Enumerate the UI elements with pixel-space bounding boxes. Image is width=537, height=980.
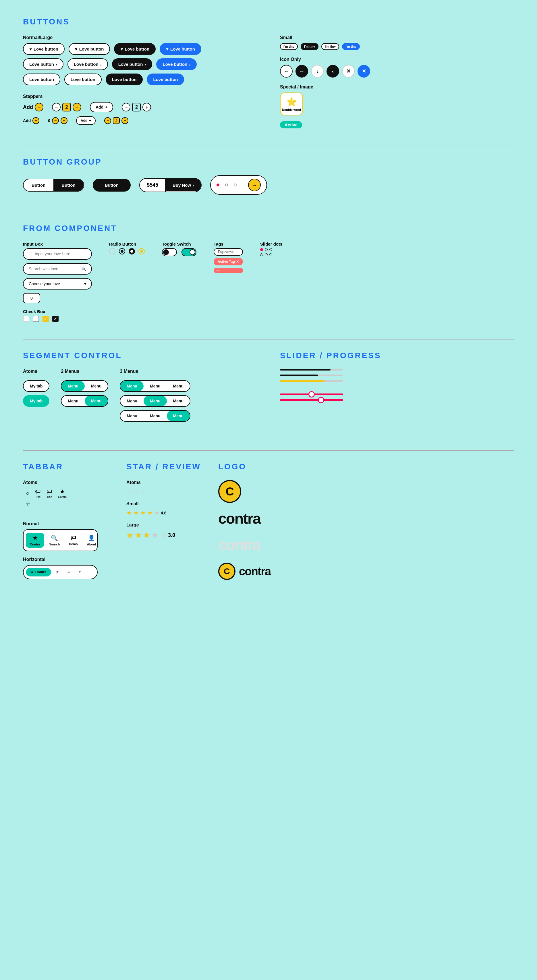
love-btn-blue[interactable]: ♥ Love button (160, 43, 201, 55)
stepper-minus-2[interactable]: − (52, 103, 60, 111)
tab-h-demo[interactable]: ○ (64, 568, 75, 576)
toggle-off[interactable] (162, 248, 177, 256)
arrow-left-btn-4[interactable]: ‹ (327, 65, 339, 78)
star-l-5[interactable]: ☆ (160, 530, 167, 540)
checkbox-black[interactable] (52, 316, 59, 322)
star-s-5[interactable]: ★ (154, 509, 160, 517)
star-atom-1[interactable]: ☆ (126, 488, 132, 495)
stepper-plus-sm-1[interactable]: + (32, 117, 39, 124)
love-btn-chevron-2[interactable]: Love button › (67, 58, 108, 70)
seg-3c-3[interactable]: Menu (167, 411, 190, 421)
tag-name[interactable]: Tag name (214, 248, 243, 256)
love-btn-plain-2[interactable]: Love button (64, 73, 102, 85)
seg-menu-2a-1[interactable]: Menu (62, 381, 85, 391)
star-s-4[interactable]: ★ (147, 509, 153, 517)
seg-3a-3[interactable]: Menu (167, 381, 190, 391)
group-btn-1a[interactable]: Button (24, 179, 53, 191)
seg-3c-1[interactable]: Menu (120, 411, 144, 421)
radio-active-1[interactable] (129, 248, 135, 255)
stepper-minus-4[interactable]: − (122, 103, 130, 111)
love-btn-plain-1[interactable]: Love button (23, 73, 60, 85)
seg-atom-2-active[interactable]: My tab (23, 395, 49, 407)
close-btn-2[interactable]: ✕ (357, 65, 370, 78)
checkbox-yellow[interactable] (43, 316, 49, 322)
star-l-2[interactable]: ★ (135, 530, 142, 540)
slider-thumb-2[interactable] (318, 397, 324, 403)
star-s-3[interactable]: ★ (140, 509, 146, 517)
love-btn-chevron-black[interactable]: Love button › (112, 58, 153, 70)
stepper-plus-4[interactable]: + (143, 103, 151, 111)
star-atom-3[interactable]: ☆ (140, 488, 146, 495)
stepper-plus-sm-2[interactable]: + (60, 117, 67, 124)
seg-menu-2b-2[interactable]: Menu (85, 396, 108, 406)
buy-now-btn[interactable]: Buy Now › (166, 179, 201, 191)
radio-yellow-1[interactable] (138, 248, 145, 255)
search-input[interactable] (29, 267, 79, 271)
seg-3a-1[interactable]: Menu (120, 381, 144, 391)
love-btn-chevron-1[interactable]: Love button › (23, 58, 64, 70)
seg-3b-1[interactable]: Menu (120, 396, 144, 406)
tab-demo[interactable]: 🏷 Demo (65, 533, 82, 548)
toggle-on[interactable] (181, 248, 196, 256)
special-image-btn[interactable]: ⭐ Double word (280, 92, 303, 116)
stepper-plus-sm-4[interactable]: + (121, 117, 129, 124)
close-btn-1[interactable]: ✕ (342, 65, 355, 78)
arrow-left-btn-3[interactable]: ‹ (311, 65, 324, 78)
tab-h-contra[interactable]: ★ Contra (26, 568, 51, 576)
love-btn-plain-blue[interactable]: Love button (147, 73, 184, 85)
tab-search[interactable]: 🔍 Search (45, 533, 64, 548)
star-s-1[interactable]: ★ (126, 509, 132, 517)
love-btn-outline-1[interactable]: ♥ Love button (23, 43, 65, 55)
love-btn-outline-2[interactable]: ♥ Love button (68, 43, 110, 55)
select-box[interactable]: Choose your love ▾ (23, 278, 92, 290)
search-input-box[interactable]: 🔍 (23, 263, 92, 275)
tiny-btn-1[interactable]: I'm tiny (280, 43, 298, 50)
checkbox-empty-2[interactable] (33, 316, 39, 322)
seg-3a-2[interactable]: Menu (144, 381, 167, 391)
checkbox-empty-1[interactable] (23, 316, 29, 322)
add-btn-sm-3[interactable]: Add + (76, 116, 95, 125)
group-btn-2[interactable]: Button (93, 179, 131, 192)
slider-thumb-1[interactable] (308, 391, 315, 398)
seg-menu-2b-1[interactable]: Menu (62, 396, 85, 406)
stepper-plus-2[interactable]: + (73, 103, 81, 111)
star-l-3[interactable]: ★ (143, 530, 150, 540)
active-tag[interactable]: Active Tag ✕ (214, 258, 243, 266)
small-red-tag[interactable]: ••• (214, 268, 243, 273)
love-btn-black[interactable]: ♥ Love button (114, 43, 156, 55)
love-btn-plain-black[interactable]: Love button (106, 73, 143, 85)
arrow-circle-btn[interactable]: → (248, 179, 261, 191)
tab-h-search[interactable]: ☆ (51, 568, 64, 576)
arrow-left-btn-2[interactable]: ← (296, 65, 308, 78)
text-input-box[interactable]: ♡ (23, 248, 92, 260)
seg-atom-1[interactable]: My tab (23, 380, 49, 392)
number-input[interactable]: 0 (23, 293, 40, 303)
seg-menu-2a-2[interactable]: Menu (85, 381, 108, 391)
love-btn-chevron-blue[interactable]: Love button › (156, 58, 197, 70)
tab-h-about[interactable]: □ (75, 568, 86, 576)
stepper-minus-sm-4[interactable]: − (104, 117, 111, 124)
close-icon-2: ✕ (362, 68, 366, 75)
tiny-btn-4[interactable]: I'm tiny (342, 43, 360, 50)
star-s-2[interactable]: ★ (133, 509, 139, 517)
tab-contra[interactable]: ★ Contra (26, 533, 44, 548)
star-l-4[interactable]: ★ (151, 530, 159, 540)
seg-3b-2[interactable]: Menu (144, 396, 167, 406)
seg-3b-3[interactable]: Menu (167, 396, 190, 406)
slider-track-1[interactable] (280, 393, 343, 395)
arrow-left-btn-1[interactable]: ← (280, 65, 292, 78)
stepper-minus-sm-2[interactable]: − (52, 117, 59, 124)
star-atom-2[interactable]: ☆ (133, 488, 139, 495)
slider-track-2[interactable] (280, 399, 343, 401)
tiny-btn-3[interactable]: I'm tiny (321, 43, 339, 50)
love-input[interactable] (35, 251, 86, 256)
stepper-plus-1[interactable]: + (35, 103, 43, 111)
add-btn-3[interactable]: Add + (90, 102, 113, 112)
tiny-btn-2[interactable]: I'm tiny (301, 43, 318, 50)
tab-about[interactable]: 👤 About (83, 533, 98, 548)
seg-3c-2[interactable]: Menu (144, 411, 167, 421)
group-btn-1b[interactable]: Button (53, 179, 83, 191)
radio-checked-1[interactable] (119, 248, 125, 255)
radio-empty-1[interactable] (109, 248, 116, 255)
star-l-1[interactable]: ★ (126, 530, 133, 540)
